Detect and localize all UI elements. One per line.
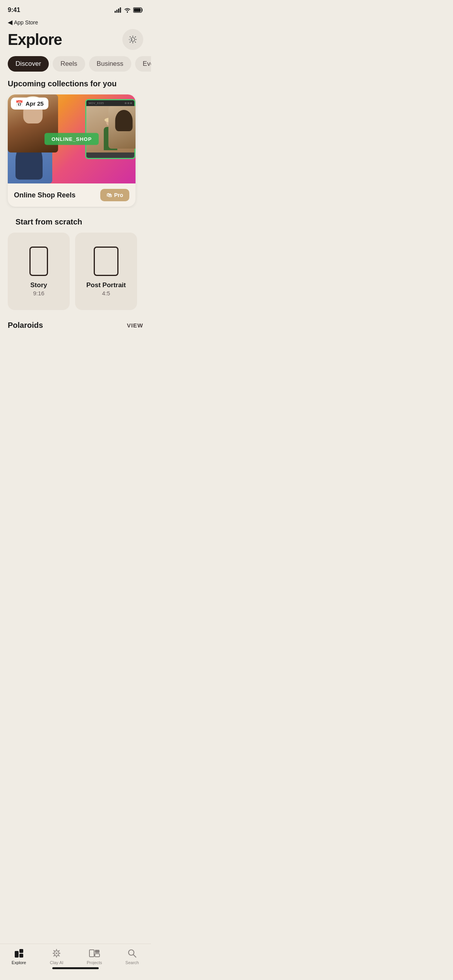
scratch-section-title: Start from scratch [8,218,143,233]
status-icons [115,7,143,13]
scratch-card-post-portrait[interactable]: Post Portrait 4:5 [75,233,137,310]
tab-events[interactable]: Events [135,56,151,72]
status-time: 9:41 [8,7,20,14]
filter-tabs: Discover Reels Business Events [0,56,151,79]
back-label: App Store [14,19,38,26]
date-badge-text: Apr 25 [26,100,44,107]
wifi-icon [124,7,131,13]
svg-rect-5 [134,9,141,12]
collection-card-online-shop[interactable]: 📅 Apr 25 MOV_6335 [8,94,136,207]
top-nav: ◀ App Store [0,17,151,26]
battery-icon [133,7,143,13]
collection-preview: 📅 Apr 25 MOV_6335 [8,94,136,183]
tablet-icon-container [94,247,118,276]
photo-dog-right [108,106,136,149]
tab-reels[interactable]: Reels [53,56,85,72]
upcoming-section: Upcoming collections for you 📅 Apr 25 [0,79,151,208]
scratch-card-story[interactable]: Story 9:16 [8,233,70,310]
svg-rect-3 [120,7,121,13]
tab-discover[interactable]: Discover [8,56,49,72]
collection-info: Online Shop Reels 🛍 Pro [8,183,136,207]
post-portrait-card-ratio: 4:5 [86,290,126,296]
collection-name: Online Shop Reels [14,191,76,199]
header: Explore [0,26,151,56]
scratch-cards: Story 9:16 Post Portrait 4:5 [8,233,143,313]
story-card-name: Story [30,281,47,289]
signal-icon [115,7,122,13]
back-arrow: ◀ [8,19,12,26]
post-portrait-card-info: Post Portrait 4:5 [86,281,126,296]
scratch-section: Start from scratch Story 9:16 Post Portr… [0,208,151,313]
polaroids-title: Polaroids [8,321,43,330]
view-link[interactable]: VIEW [127,322,143,329]
online-shop-label: ONLINE_SHOP [45,133,99,145]
phone-icon-container [29,247,48,276]
svg-rect-2 [118,9,119,13]
story-card-info: Story 9:16 [30,281,47,296]
collections-scroll[interactable]: 📅 Apr 25 MOV_6335 [0,94,151,208]
pro-badge: 🛍 Pro [100,189,129,201]
svg-rect-0 [115,11,116,13]
pro-label: Pro [114,192,123,198]
svg-point-7 [130,39,131,41]
bag-icon: 🛍 [106,192,112,198]
page-title: Explore [8,31,62,48]
post-portrait-card-name: Post Portrait [86,281,126,289]
tablet-icon [94,247,118,276]
polaroids-peek: Polaroids VIEW [0,313,151,330]
settings-button[interactable] [122,29,143,50]
calendar-icon: 📅 [15,100,23,107]
svg-rect-1 [117,10,118,13]
back-nav[interactable]: ◀ App Store [8,19,38,26]
collections-section-title: Upcoming collections for you [0,79,151,94]
settings-icon [128,34,138,45]
story-card-ratio: 9:16 [30,290,47,296]
tab-business[interactable]: Business [89,56,131,72]
date-badge: 📅 Apr 25 [11,98,48,110]
phone-icon [29,247,48,276]
status-bar: 9:41 [0,0,151,17]
